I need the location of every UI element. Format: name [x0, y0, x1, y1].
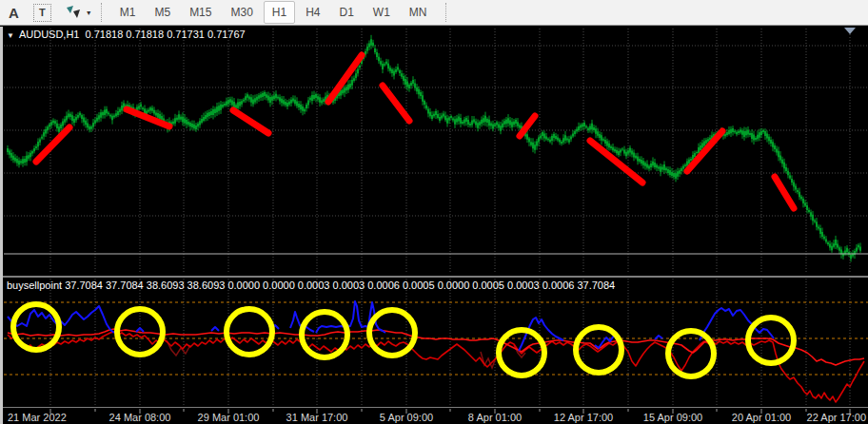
toolbar: A T ▼ M1M5M15M30H1H4D1W1MN [0, 0, 868, 26]
time-axis-label: 22 Apr 17:00 [807, 412, 866, 423]
timeframe-button-m30[interactable]: M30 [222, 1, 261, 24]
time-axis-label: 12 Apr 17:00 [554, 412, 613, 423]
text-label-tool-button[interactable]: A [9, 5, 19, 21]
time-axis-label: 21 Mar 2022 [8, 412, 67, 423]
toolbar-separator [101, 3, 102, 22]
timeframe-button-w1[interactable]: W1 [365, 1, 399, 24]
time-axis[interactable]: 21 Mar 202224 Mar 08:0029 Mar 01:0031 Ma… [0, 407, 868, 424]
arrow-objects-dropdown-caret[interactable]: ▼ [86, 10, 92, 16]
indicator-line-red-lower [8, 332, 864, 402]
timeframe-button-m1[interactable]: M1 [111, 1, 145, 24]
time-axis-label: 20 Apr 01:00 [732, 412, 791, 423]
time-axis-label: 24 Mar 08:00 [109, 412, 171, 423]
indicator-line-blue [211, 327, 219, 331]
candlestick-wicks [8, 35, 860, 262]
time-axis-label: 8 Apr 01:00 [468, 412, 522, 423]
chart-ohlc-values: 0.71818 0.71818 0.71731 0.71767 [86, 29, 246, 40]
price-chart-panel[interactable]: ▼AUDUSD,H10.71818 0.71818 0.71731 0.7176… [0, 27, 868, 276]
timeframe-button-h4[interactable]: H4 [297, 1, 328, 24]
trend-segment [590, 141, 642, 183]
price-chart-canvas[interactable] [0, 27, 868, 276]
window-left-border [0, 27, 3, 424]
timeframe-group: M1M5M15M30H1H4D1W1MN [110, 1, 437, 24]
text-box-tool-button[interactable]: T [33, 4, 51, 22]
chart-shift-marker-icon [844, 28, 856, 34]
trend-segment [36, 127, 69, 162]
trend-segment [383, 86, 409, 121]
trend-segment [233, 110, 268, 133]
candlestick-bodies [7, 39, 861, 259]
indicator-line-blue [700, 308, 774, 340]
timeframe-button-h1[interactable]: H1 [264, 1, 295, 24]
trend-segment [127, 109, 169, 126]
chart-collapse-icon[interactable]: ▼ [7, 31, 14, 40]
time-axis-label: 29 Mar 01:00 [198, 412, 260, 423]
timeframe-button-m5[interactable]: M5 [146, 1, 179, 24]
arrow-objects-icon[interactable] [65, 5, 82, 20]
timeframe-button-mn[interactable]: MN [401, 1, 436, 24]
mt4-chart-window: { "toolbar": { "label_tool": "A", "textb… [0, 0, 868, 424]
chart-symbol-period: AUDUSD,H1 [19, 29, 80, 40]
indicator-header: buysellpoint 37.7084 37.7084 38.6093 38.… [7, 279, 615, 291]
timeframe-button-d1[interactable]: D1 [331, 1, 363, 24]
trend-segment [328, 55, 362, 102]
chart-header: ▼AUDUSD,H10.71818 0.71818 0.71731 0.7176… [7, 29, 246, 40]
toolbar-separator [445, 3, 446, 22]
indicator-panel[interactable]: buysellpoint 37.7084 37.7084 38.6093 38.… [0, 278, 868, 407]
time-axis-label: 15 Apr 09:00 [643, 412, 702, 423]
indicator-canvas[interactable] [0, 278, 868, 407]
signal-circle [13, 304, 59, 350]
signal-circle [748, 318, 794, 363]
signal-circle [227, 309, 272, 355]
timeframe-button-m15[interactable]: M15 [181, 1, 220, 24]
trend-segment [775, 177, 794, 208]
time-axis-label: 5 Apr 09:00 [380, 412, 433, 423]
time-axis-label: 31 Mar 17:00 [286, 412, 348, 423]
indicator-line-maroon [167, 340, 190, 356]
signal-circle [576, 327, 621, 373]
